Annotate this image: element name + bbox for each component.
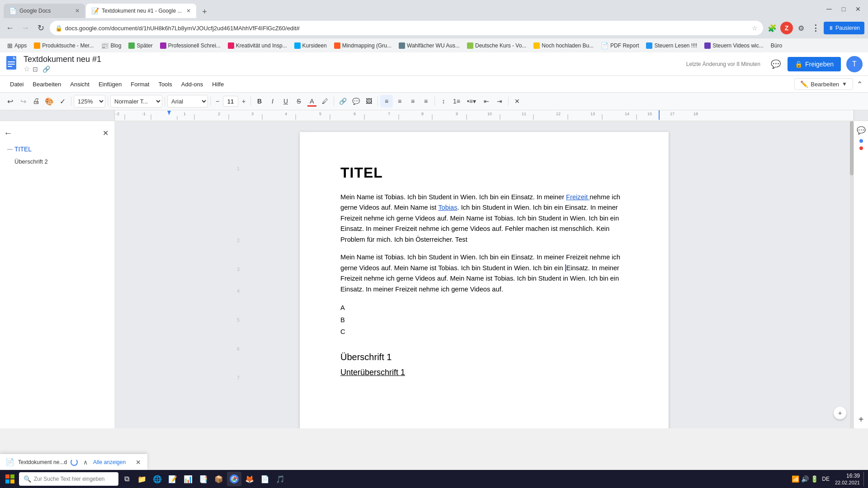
- tab-close-1[interactable]: ✕: [73, 7, 81, 15]
- download-collapse-button[interactable]: ∧: [81, 458, 90, 467]
- bookmark-spaeter[interactable]: Später: [125, 41, 156, 51]
- bookmark-mindmapping[interactable]: Mindmapping (Gru...: [330, 41, 395, 51]
- comment-button[interactable]: 💬: [768, 56, 784, 72]
- back-button[interactable]: ←: [4, 22, 16, 34]
- outline-back-button[interactable]: ←: [4, 127, 16, 139]
- clear-formatting-button[interactable]: ✕: [511, 95, 524, 108]
- menu-bearbeiten[interactable]: Bearbeiten: [28, 79, 66, 89]
- menu-addons[interactable]: Add-ons: [177, 79, 208, 89]
- italic-button[interactable]: I: [266, 95, 279, 108]
- edit-mode-button[interactable]: ✏️ Bearbeiten ▼: [794, 78, 853, 90]
- taskbar-app-edge[interactable]: 🌐: [150, 472, 165, 486]
- network-icon[interactable]: 📶: [792, 475, 799, 483]
- bookmark-pdf-report[interactable]: 📄 PDF Report: [597, 40, 642, 51]
- font-select[interactable]: Arial: [167, 95, 208, 108]
- bulleted-list-dropdown[interactable]: •≡▾: [463, 95, 480, 108]
- bookmark-apps[interactable]: ⊞ Apps: [4, 40, 30, 51]
- keyboard-icon[interactable]: DE: [820, 476, 831, 482]
- reload-button[interactable]: ↻: [34, 22, 47, 34]
- indent-less-button[interactable]: ⇤: [480, 95, 493, 108]
- sidebar-comments-icon[interactable]: 💬: [856, 125, 867, 136]
- clock[interactable]: 16:39 22.02.2021: [833, 472, 862, 486]
- taskbar-app-music[interactable]: 🎵: [273, 472, 288, 486]
- restore-button[interactable]: □: [837, 3, 850, 15]
- font-size-decrease-button[interactable]: −: [213, 96, 222, 107]
- star-bookmark-icon[interactable]: ☆: [752, 24, 758, 32]
- zoom-button[interactable]: +: [834, 407, 846, 419]
- bookmark-noch-hochladen[interactable]: Noch hochladen Bu...: [530, 41, 597, 51]
- volume-icon[interactable]: 🔊: [801, 475, 809, 483]
- menu-format[interactable]: Format: [126, 79, 154, 89]
- menu-einfuegen[interactable]: Einfügen: [94, 79, 126, 89]
- new-tab-button[interactable]: +: [198, 5, 211, 18]
- line-spacing-button[interactable]: ↕: [437, 95, 450, 108]
- start-button[interactable]: [2, 471, 18, 487]
- bookmark-buero[interactable]: Büro: [767, 41, 786, 51]
- align-justify-button[interactable]: ≡: [420, 95, 432, 108]
- align-right-button[interactable]: ≡: [406, 95, 419, 108]
- taskbar-search-area[interactable]: 🔍 Zur Suche Text hier eingeben: [19, 472, 118, 486]
- bookmark-steuern-lesen[interactable]: Steuern Lesen !!!!: [642, 41, 701, 51]
- bookmark-professionell[interactable]: Professionell Schrei...: [156, 41, 224, 51]
- tab-google-docs[interactable]: 📄 Google Docs ✕: [4, 4, 85, 18]
- style-select[interactable]: Normaler T...: [110, 95, 162, 108]
- avatar[interactable]: T: [846, 56, 863, 72]
- link-freizeit[interactable]: Freizeit: [566, 193, 590, 201]
- bookmark-wahlfaecher[interactable]: Wahlfächer WU Aus...: [395, 41, 463, 51]
- zoom-select[interactable]: 125%: [74, 95, 105, 108]
- share-button[interactable]: 🔒 Freigeben: [788, 57, 841, 71]
- align-center-button[interactable]: ≡: [393, 95, 406, 108]
- docs-logo[interactable]: [5, 55, 20, 73]
- extensions-icon[interactable]: 🧩: [766, 22, 778, 34]
- outline-close-button[interactable]: ✕: [100, 127, 111, 138]
- show-all-button[interactable]: Alle anzeigen: [93, 459, 129, 465]
- font-size-increase-button[interactable]: +: [239, 96, 248, 107]
- show-desktop-button[interactable]: [863, 472, 866, 486]
- more-btn[interactable]: ⋮: [809, 22, 822, 34]
- scrollbar-thumb[interactable]: [850, 121, 854, 175]
- star-icon[interactable]: ☆: [24, 65, 30, 73]
- pause-button[interactable]: ⏸ Pausieren: [824, 22, 864, 34]
- text-color-button[interactable]: A: [306, 95, 318, 108]
- bookmark-blog[interactable]: 📰 Blog: [97, 40, 125, 51]
- taskbar-app-explorer[interactable]: 📁: [135, 472, 149, 486]
- outline-item-h2[interactable]: Überschrift 2: [4, 155, 111, 168]
- bookmark-kreativitaet[interactable]: Kreativität und Insp...: [224, 41, 291, 51]
- forward-button[interactable]: →: [19, 22, 32, 34]
- link-tobias[interactable]: Tobias: [438, 204, 457, 211]
- insert-link-button[interactable]: 🔗: [336, 95, 349, 108]
- taskbar-app-excel[interactable]: 📊: [181, 472, 195, 486]
- bookmark-deutsche-kurs[interactable]: Deutsche Kurs - Vo...: [463, 41, 530, 51]
- taskbar-app-3[interactable]: 📦: [212, 472, 226, 486]
- bookmark-produktsuche[interactable]: Produktsuche - Mer...: [30, 41, 97, 51]
- download-close-button[interactable]: ✕: [133, 458, 144, 467]
- battery-icon[interactable]: 🔋: [811, 475, 818, 483]
- tab-close-2[interactable]: ✕: [184, 7, 193, 15]
- taskbar-app-pdf[interactable]: 📄: [258, 472, 272, 486]
- extensions-btn[interactable]: ⚙: [795, 22, 807, 34]
- insert-comment-button[interactable]: 💬: [349, 95, 362, 108]
- bookmark-kursideen[interactable]: Kursideen: [291, 41, 330, 51]
- minimize-button[interactable]: ─: [823, 3, 835, 15]
- strikethrough-button[interactable]: S: [292, 95, 305, 108]
- tab-active[interactable]: 📝 Textdokument neu #1 - Google ... ✕: [86, 4, 196, 18]
- print-button[interactable]: 🖨: [30, 95, 42, 108]
- profile-icon[interactable]: Z: [780, 22, 793, 34]
- expand-icon[interactable]: ⌃: [857, 80, 863, 89]
- font-size-input[interactable]: [223, 96, 238, 107]
- taskbar-app-chrome[interactable]: [227, 472, 241, 486]
- outline-item-title[interactable]: — TITEL: [4, 143, 111, 155]
- share-location-icon[interactable]: 🔗: [41, 65, 52, 74]
- url-bar[interactable]: 🔒 docs.google.com/document/d/1hUH8k6h7Lb…: [50, 21, 763, 35]
- bookmark-steuern-videos[interactable]: Steuern Videos wic...: [701, 41, 767, 51]
- menu-hilfe[interactable]: Hilfe: [208, 79, 228, 89]
- highlight-button[interactable]: 🖊: [319, 95, 331, 108]
- taskbar-app-word[interactable]: 📝: [165, 472, 180, 486]
- underline-button[interactable]: U: [279, 95, 292, 108]
- document-page[interactable]: TITEL Mein Name ist Tobias. Ich bin Stud…: [300, 132, 669, 428]
- bold-button[interactable]: B: [253, 95, 266, 108]
- numbered-list-button[interactable]: 1≡: [450, 95, 463, 108]
- align-left-button[interactable]: ≡: [380, 95, 393, 108]
- doc-scroll-area[interactable]: 1 2 3 4 5: [115, 121, 854, 428]
- taskbar-app-edge2[interactable]: 🦊: [242, 472, 257, 486]
